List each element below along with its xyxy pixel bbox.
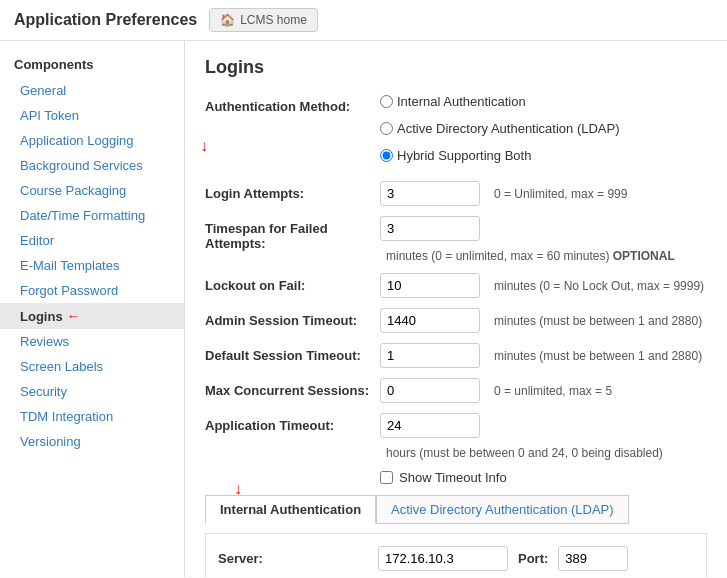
app-timeout-input[interactable]: [380, 413, 480, 438]
lockout-value: minutes (0 = No Lock Out, max = 9999): [380, 273, 707, 298]
sidebar-item-course-packaging[interactable]: Course Packaging: [0, 178, 184, 203]
server-label: Server:: [218, 551, 368, 566]
timespan-hint: minutes (0 = unlimited, max = 60 minutes…: [386, 249, 675, 263]
sidebar-item-versioning[interactable]: Versioning: [0, 429, 184, 454]
sidebar: Components General API Token Application…: [0, 41, 185, 577]
login-attempts-input[interactable]: [380, 181, 480, 206]
sidebar-item-forgot-password[interactable]: Forgot Password: [0, 278, 184, 303]
max-concurrent-row: Max Concurrent Sessions: 0 = unlimited, …: [205, 378, 707, 403]
login-attempts-row: Login Attempts: 0 = Unlimited, max = 999: [205, 181, 707, 206]
admin-session-row: Admin Session Timeout: minutes (must be …: [205, 308, 707, 333]
sidebar-item-datetime-formatting[interactable]: Date/Time Formatting: [0, 203, 184, 228]
sidebar-item-general[interactable]: General: [0, 78, 184, 103]
auth-option-ldap[interactable]: Active Directory Authentication (LDAP): [380, 121, 620, 136]
timespan-hint-bold: OPTIONAL: [613, 249, 675, 263]
login-attempts-value: 0 = Unlimited, max = 999: [380, 181, 707, 206]
sidebar-item-logins[interactable]: Logins ←: [0, 303, 184, 329]
admin-session-hint: minutes (must be between 1 and 2880): [494, 314, 702, 328]
home-tab[interactable]: 🏠 LCMS home: [209, 8, 318, 32]
app-timeout-value: hours (must be between 0 and 24, 0 being…: [380, 413, 707, 460]
timespan-row: Timespan for Failed Attempts: minutes (0…: [205, 216, 707, 263]
lockout-input[interactable]: [380, 273, 480, 298]
auth-method-label: Authentication Method:: [205, 94, 380, 114]
show-timeout-checkbox[interactable]: [380, 471, 393, 484]
admin-session-label: Admin Session Timeout:: [205, 308, 380, 328]
auth-option-internal[interactable]: Internal Authentication: [380, 94, 526, 109]
max-concurrent-hint: 0 = unlimited, max = 5: [494, 384, 612, 398]
timespan-value: minutes (0 = unlimited, max = 60 minutes…: [380, 216, 707, 263]
header: Application Preferences 🏠 LCMS home: [0, 0, 727, 41]
sidebar-item-background-services[interactable]: Background Services: [0, 153, 184, 178]
port-input[interactable]: [558, 546, 628, 571]
sidebar-item-security[interactable]: Security: [0, 379, 184, 404]
lockout-hint: minutes (0 = No Lock Out, max = 9999): [494, 279, 704, 293]
default-session-value: minutes (must be between 1 and 2880): [380, 343, 707, 368]
max-concurrent-value: 0 = unlimited, max = 5: [380, 378, 707, 403]
app-timeout-label: Application Timeout:: [205, 413, 380, 433]
server-input[interactable]: [378, 546, 508, 571]
sidebar-item-editor[interactable]: Editor: [0, 228, 184, 253]
tabs-container: ↓ Internal Authentication Active Directo…: [205, 495, 707, 524]
tabs-wrapper: ↓ Internal Authentication Active Directo…: [205, 495, 707, 524]
login-attempts-hint: 0 = Unlimited, max = 999: [494, 187, 627, 201]
login-attempts-label: Login Attempts:: [205, 181, 380, 201]
ldap-sub-form: Server: Port: Authentication Username: P…: [205, 533, 707, 577]
auth-option-hybrid[interactable]: Hybrid Supporting Both: [380, 148, 531, 163]
sidebar-item-tdm-integration[interactable]: TDM Integration: [0, 404, 184, 429]
auth-radio-internal[interactable]: [380, 95, 393, 108]
tab-ldap-auth[interactable]: Active Directory Authentication (LDAP): [376, 495, 629, 524]
show-timeout-label: Show Timeout Info: [399, 470, 507, 485]
port-label: Port:: [518, 551, 548, 566]
sidebar-section-title: Components: [0, 51, 184, 78]
sidebar-item-api-token[interactable]: API Token: [0, 103, 184, 128]
admin-session-input[interactable]: [380, 308, 480, 333]
default-session-input[interactable]: [380, 343, 480, 368]
page-title: Application Preferences: [14, 11, 197, 29]
show-timeout-row: Show Timeout Info: [380, 470, 707, 485]
auth-radio-ldap[interactable]: [380, 122, 393, 135]
sidebar-item-application-logging[interactable]: Application Logging: [0, 128, 184, 153]
auth-method-value: Internal Authentication Active Directory…: [380, 94, 707, 171]
home-tab-label: LCMS home: [240, 13, 307, 27]
tab-internal-auth[interactable]: ↓ Internal Authentication: [205, 495, 376, 524]
sidebar-item-reviews[interactable]: Reviews: [0, 329, 184, 354]
hybrid-arrow-indicator: ↓: [200, 137, 208, 155]
sidebar-item-email-templates[interactable]: E-Mail Templates: [0, 253, 184, 278]
default-session-hint: minutes (must be between 1 and 2880): [494, 349, 702, 363]
main-content: Logins Authentication Method: Internal A…: [185, 41, 727, 577]
lockout-label: Lockout on Fail:: [205, 273, 380, 293]
lockout-row: Lockout on Fail: minutes (0 = No Lock Ou…: [205, 273, 707, 298]
auth-radio-group: Internal Authentication Active Directory…: [380, 94, 707, 163]
home-icon: 🏠: [220, 13, 235, 27]
logins-arrow-indicator: ←: [67, 308, 81, 324]
server-port-row: Server: Port:: [218, 546, 694, 571]
auth-method-row: Authentication Method: Internal Authenti…: [205, 94, 707, 171]
admin-session-value: minutes (must be between 1 and 2880): [380, 308, 707, 333]
max-concurrent-label: Max Concurrent Sessions:: [205, 378, 380, 398]
layout: Components General API Token Application…: [0, 41, 727, 577]
app-timeout-row: Application Timeout: hours (must be betw…: [205, 413, 707, 460]
timespan-input[interactable]: [380, 216, 480, 241]
sidebar-item-screen-labels[interactable]: Screen Labels: [0, 354, 184, 379]
default-session-row: Default Session Timeout: minutes (must b…: [205, 343, 707, 368]
timespan-label: Timespan for Failed Attempts:: [205, 216, 380, 251]
logins-title: Logins: [205, 57, 707, 78]
auth-radio-hybrid[interactable]: [380, 149, 393, 162]
tab-arrow-indicator: ↓: [234, 480, 242, 498]
max-concurrent-input[interactable]: [380, 378, 480, 403]
app-timeout-hint: hours (must be between 0 and 24, 0 being…: [386, 446, 663, 460]
default-session-label: Default Session Timeout:: [205, 343, 380, 363]
